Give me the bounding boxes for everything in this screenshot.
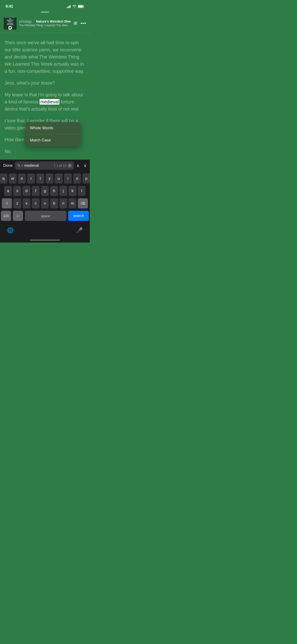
svg-rect-1 bbox=[68, 6, 68, 8]
transcript-para-3: My tease is that I'm going to talk about… bbox=[4, 91, 85, 113]
album-art-eye-pupil bbox=[9, 27, 11, 29]
home-indicator bbox=[0, 236, 90, 242]
player-info: ychology Nature's Weirdest Slee The Weir… bbox=[19, 20, 71, 27]
player-episode: ychology Nature's Weirdest Slee bbox=[19, 20, 71, 23]
key-x[interactable]: x bbox=[22, 198, 30, 208]
key-q[interactable]: q bbox=[0, 174, 7, 184]
svg-rect-3 bbox=[70, 5, 71, 8]
search-dropdown-arrow: ▾ bbox=[22, 164, 23, 167]
svg-rect-2 bbox=[69, 6, 70, 8]
home-bar bbox=[30, 240, 60, 241]
keyboard-row-1: q w e r t y u i o p bbox=[1, 174, 89, 184]
key-l[interactable]: l bbox=[78, 186, 86, 196]
search-bar: Done ▾ medieval 1 of 13 ✕ ∧ ∨ bbox=[0, 160, 90, 172]
key-z[interactable]: z bbox=[13, 198, 21, 208]
key-c[interactable]: c bbox=[32, 198, 40, 208]
album-art: POPULAR SCIENCE THE WEIRDEST THING I LEA… bbox=[4, 17, 16, 30]
key-y[interactable]: y bbox=[46, 174, 54, 184]
key-u[interactable]: u bbox=[55, 174, 62, 184]
key-search[interactable]: search bbox=[68, 211, 89, 221]
key-e[interactable]: e bbox=[18, 174, 26, 184]
key-o[interactable]: o bbox=[73, 174, 81, 184]
svg-line-7 bbox=[19, 166, 20, 167]
context-menu-match-case[interactable]: Match Case bbox=[25, 134, 80, 146]
search-icon-wrap: ▾ bbox=[17, 164, 23, 167]
context-menu-whole-words[interactable]: Whole Words bbox=[25, 122, 80, 134]
key-j[interactable]: j bbox=[60, 186, 67, 196]
keyboard-row-2: a s d f g h j k l bbox=[1, 186, 89, 196]
svg-rect-0 bbox=[67, 7, 68, 8]
search-clear-button[interactable]: ✕ bbox=[68, 164, 72, 168]
key-f[interactable]: f bbox=[32, 186, 40, 196]
context-menu: Whole Words Match Case bbox=[25, 122, 80, 146]
prev-result-button[interactable]: ∧ bbox=[76, 163, 80, 168]
transcript-para-6-start: No, bbox=[4, 149, 12, 154]
key-p[interactable]: p bbox=[82, 174, 90, 184]
status-bar: 9:41 bbox=[0, 0, 90, 12]
keyboard-row-3: ⇧ z x c v b n m ⌫ bbox=[1, 198, 89, 208]
globe-icon[interactable]: 🌐 bbox=[7, 227, 14, 234]
key-s[interactable]: s bbox=[13, 186, 21, 196]
next-result-button[interactable]: ∨ bbox=[84, 163, 86, 168]
key-space[interactable]: space bbox=[25, 211, 66, 221]
status-icons bbox=[67, 5, 84, 8]
search-input-wrap[interactable]: ▾ medieval 1 of 13 ✕ bbox=[15, 162, 74, 170]
key-shift[interactable]: ⇧ bbox=[2, 198, 12, 208]
key-b[interactable]: b bbox=[50, 198, 58, 208]
done-button[interactable]: Done bbox=[3, 163, 13, 168]
key-v[interactable]: v bbox=[41, 198, 49, 208]
wifi-icon bbox=[72, 5, 76, 8]
key-k[interactable]: k bbox=[68, 186, 76, 196]
search-count: 1 of 13 bbox=[56, 164, 66, 168]
microphone-icon[interactable]: 🎤 bbox=[76, 227, 83, 234]
svg-rect-5 bbox=[78, 6, 83, 8]
key-i[interactable]: i bbox=[64, 174, 72, 184]
more-button[interactable]: ••• bbox=[80, 21, 86, 26]
key-d[interactable]: d bbox=[22, 186, 30, 196]
key-t[interactable]: t bbox=[36, 174, 44, 184]
prev-show: ychology bbox=[19, 20, 32, 23]
nav-arrows: ∧ ∨ bbox=[76, 163, 86, 168]
transcript-highlight: medieval bbox=[40, 99, 60, 104]
key-emoji[interactable]: ☺ bbox=[13, 211, 23, 221]
key-n[interactable]: n bbox=[60, 198, 67, 208]
search-icon bbox=[17, 164, 20, 167]
episode-title: Nature's Weirdest Slee bbox=[36, 20, 71, 23]
search-input-text[interactable]: medieval bbox=[24, 164, 53, 168]
key-a[interactable]: a bbox=[4, 186, 12, 196]
transcript-para-6: No, bbox=[4, 148, 85, 155]
key-w[interactable]: w bbox=[9, 174, 16, 184]
transcript-para-1: Then once we've all had time to spin our… bbox=[4, 39, 85, 75]
section-divider bbox=[0, 33, 90, 33]
search-cursor bbox=[54, 164, 55, 168]
bottom-bar: 🌐 🎤 bbox=[0, 224, 90, 236]
key-g[interactable]: g bbox=[41, 186, 49, 196]
battery-icon bbox=[78, 5, 84, 8]
drag-handle bbox=[41, 12, 49, 13]
key-r[interactable]: r bbox=[27, 174, 35, 184]
keyboard: q w e r t y u i o p a s d f g h j k l ⇧ … bbox=[0, 172, 90, 224]
player-actions: E ••• bbox=[74, 21, 86, 26]
status-time: 9:41 bbox=[6, 4, 13, 9]
explicit-badge: E bbox=[74, 22, 77, 25]
mini-player: POPULAR SCIENCE THE WEIRDEST THING I LEA… bbox=[0, 16, 90, 31]
transcript-para-2: Jess, what's your tease? bbox=[4, 80, 85, 86]
key-numbers[interactable]: 123 bbox=[1, 211, 11, 221]
signal-icon bbox=[67, 5, 71, 8]
album-art-main: THE WEIRDEST THING I LEARNED THIS WEEK bbox=[7, 18, 14, 25]
keyboard-row-4: 123 ☺ space search bbox=[1, 211, 89, 221]
key-delete[interactable]: ⌫ bbox=[78, 198, 88, 208]
key-h[interactable]: h bbox=[50, 186, 58, 196]
player-show: The Weirdest Thing I Learned This Wee bbox=[19, 24, 71, 27]
album-art-eye bbox=[8, 26, 12, 30]
key-m[interactable]: m bbox=[68, 198, 76, 208]
